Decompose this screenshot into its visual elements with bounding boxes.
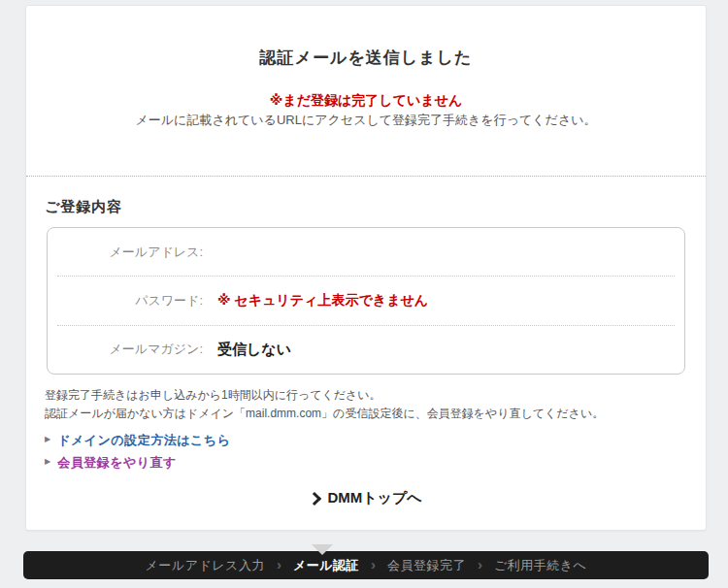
step-email-input: メールアドレス入力 bbox=[146, 557, 265, 574]
chevron-right-icon bbox=[308, 491, 321, 505]
registration-details-heading: ご登録内容 bbox=[45, 198, 122, 216]
password-hidden-value: ※ セキュリティ上表示できません bbox=[217, 292, 428, 310]
page-title: 認証メールを送信しました bbox=[26, 47, 706, 69]
dmm-top-link[interactable]: DMMトップへ bbox=[310, 489, 421, 507]
progress-step-bar: メールアドレス入力 › メール認証 › 会員登録完了 › ご利用手続きへ bbox=[23, 551, 709, 579]
email-row: メールアドレス: bbox=[57, 228, 675, 276]
section-divider bbox=[26, 176, 706, 177]
step-registration-complete: 会員登録完了 bbox=[387, 557, 466, 574]
note-domain-setting: 認証メールが届かない方はドメイン「mail.dmm.com」の受信設定後に、会員… bbox=[45, 405, 687, 423]
mail-magazine-value: 受信しない bbox=[217, 341, 291, 359]
footer-notes: 登録完了手続きはお申し込みから1時間以内に行ってください。 認証メールが届かない… bbox=[45, 386, 687, 423]
note-time-limit: 登録完了手続きはお申し込みから1時間以内に行ってください。 bbox=[45, 386, 687, 405]
dmm-top-link-label: DMMトップへ bbox=[327, 489, 421, 507]
registration-incomplete-warning: ※まだ登録は完了していません bbox=[26, 92, 706, 110]
chevron-separator-icon: › bbox=[478, 556, 482, 572]
domain-setting-link-row: ▶ ドメインの設定方法はこちら bbox=[45, 429, 230, 451]
password-row: パスワード: ※ セキュリティ上表示できません bbox=[57, 276, 675, 324]
redo-registration-link-row: ▶ 会員登録をやり直す bbox=[45, 451, 230, 474]
email-label: メールアドレス: bbox=[57, 244, 203, 261]
email-verification-page: 認証メールを送信しました ※まだ登録は完了していません メールに記載されているU… bbox=[0, 0, 728, 588]
verification-instruction: メールに記載されているURLにアクセスして登録完了手続きを行ってください。 bbox=[26, 112, 706, 129]
mail-magazine-label: メールマガジン: bbox=[57, 341, 203, 358]
mail-magazine-row: メールマガジン: 受信しない bbox=[57, 325, 675, 374]
help-links: ▶ ドメインの設定方法はこちら ▶ 会員登録をやり直す bbox=[45, 429, 230, 474]
current-step-pointer-icon bbox=[312, 544, 333, 555]
dmm-top-link-wrapper: DMMトップへ bbox=[26, 489, 706, 507]
content-card: 認証メールを送信しました ※まだ登録は完了していません メールに記載されているU… bbox=[25, 5, 707, 531]
chevron-separator-icon: › bbox=[371, 556, 376, 572]
triangle-bullet-icon: ▶ bbox=[45, 457, 50, 466]
step-usage-procedure: ご利用手続きへ bbox=[494, 557, 586, 574]
chevron-separator-icon: › bbox=[277, 556, 281, 572]
password-label: パスワード: bbox=[57, 292, 203, 310]
registration-details-box: メールアドレス: パスワード: ※ セキュリティ上表示できません メールマガジン… bbox=[47, 227, 685, 375]
domain-setting-link[interactable]: ドメインの設定方法はこちら bbox=[57, 432, 230, 449]
step-email-verification: メール認証 bbox=[293, 557, 359, 574]
redo-registration-link[interactable]: 会員登録をやり直す bbox=[57, 454, 177, 472]
triangle-bullet-icon: ▶ bbox=[45, 435, 50, 443]
